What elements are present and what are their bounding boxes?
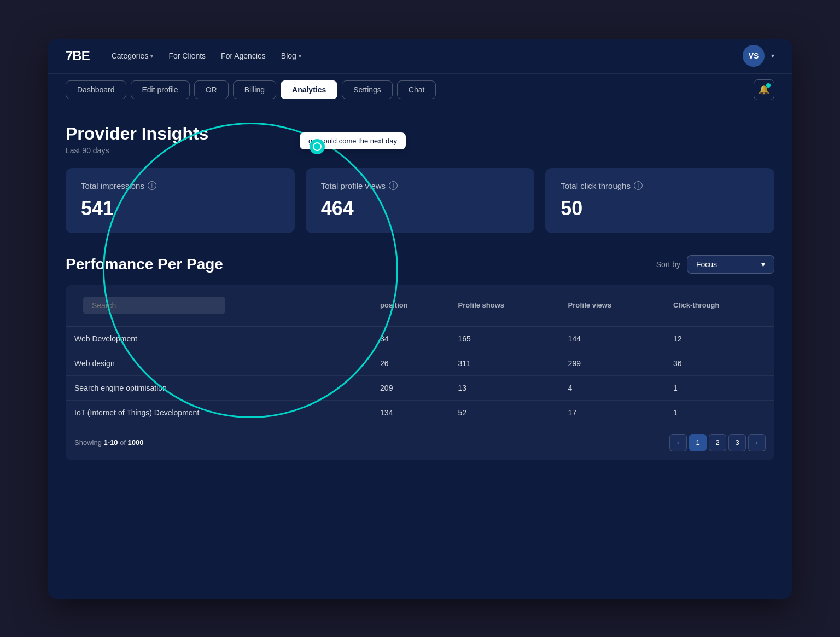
logo: 7BE [66, 48, 90, 63]
stat-card-impressions: Total impressions i 541 [66, 168, 295, 233]
table-header-row: position Profile shows Profile views Cli… [66, 285, 774, 327]
tab-or[interactable]: OR [194, 80, 229, 99]
navbar: 7BE Categories ▾ For Clients For Agencie… [48, 39, 792, 74]
row-clicks-1: 12 [664, 326, 774, 351]
col-header-views: Profile views [559, 285, 664, 327]
showing-range: 1-10 [103, 438, 118, 447]
nav-link-categories[interactable]: Categories ▾ [112, 51, 154, 60]
showing-total: 1000 [128, 438, 144, 447]
performance-title: Perfomance Per Page [66, 256, 223, 273]
pagination-page-3[interactable]: 3 [728, 434, 746, 451]
row-name-3: Search engine optimisation [66, 375, 371, 400]
pagination-page-2[interactable]: 2 [709, 434, 726, 451]
table-body: Web Development 34 165 144 12 Web design… [66, 326, 774, 425]
row-clicks-3: 1 [664, 375, 774, 400]
pagination-page-1[interactable]: 1 [689, 434, 707, 451]
section-title: Provider Insights [66, 124, 774, 144]
stat-value-clickthroughs: 50 [561, 197, 759, 220]
row-views-1: 144 [559, 326, 664, 351]
row-position-4: 134 [371, 400, 449, 425]
row-shows-4: 52 [450, 400, 559, 425]
sort-control: Sort by Focus ▾ [656, 255, 774, 274]
logo-number: 7 [66, 48, 72, 63]
notification-bell-button[interactable]: 🔔 [754, 79, 774, 100]
tab-editprofile[interactable]: Edit profile [131, 80, 190, 99]
sort-selected-value: Focus [696, 260, 717, 269]
row-name-2: Web design [66, 351, 371, 375]
col-header-position: position [371, 285, 449, 327]
row-name-4: IoT (Internet of Things) Development [66, 400, 371, 425]
nav-link-blog[interactable]: Blog ▾ [281, 51, 301, 60]
search-input[interactable] [83, 297, 225, 314]
row-views-2: 299 [559, 351, 664, 375]
stats-row: Total impressions i 541 Total profile vi… [66, 168, 774, 233]
insights-section: Provider Insights Last 90 days Total imp… [66, 124, 774, 233]
row-position-3: 209 [371, 375, 449, 400]
nav-links: Categories ▾ For Clients For Agencies Bl… [112, 51, 743, 60]
main-content: ge would come the next day Provider Insi… [48, 106, 792, 599]
performance-section: Perfomance Per Page Sort by Focus ▾ [66, 255, 774, 460]
section-subtitle: Last 90 days [66, 146, 774, 155]
table-row: Web Development 34 165 144 12 [66, 326, 774, 351]
chevron-down-icon: ▾ [150, 53, 153, 59]
tabs-bar: Dashboard Edit profile OR Billing Analyt… [48, 74, 792, 106]
pagination-controls: ‹ 1 2 3 › [669, 434, 766, 451]
stat-label-clickthroughs: Total click throughs i [561, 181, 759, 190]
stat-value-profileviews: 464 [321, 197, 520, 220]
tab-billing[interactable]: Billing [233, 80, 276, 99]
performance-table: position Profile shows Profile views Cli… [66, 285, 774, 425]
tab-settings[interactable]: Settings [342, 80, 393, 99]
table-row: Web design 26 311 299 36 [66, 351, 774, 375]
sort-select-dropdown[interactable]: Focus ▾ [687, 255, 774, 274]
chevron-down-icon: ▾ [299, 53, 301, 59]
col-header-search [66, 285, 371, 327]
table-row: IoT (Internet of Things) Development 134… [66, 400, 774, 425]
sort-label: Sort by [656, 260, 680, 269]
performance-header: Perfomance Per Page Sort by Focus ▾ [66, 255, 774, 274]
pagination-bar: Showing 1-10 of 1000 ‹ 1 2 3 › [66, 425, 774, 460]
row-views-4: 17 [559, 400, 664, 425]
row-name-1: Web Development [66, 326, 371, 351]
tab-dashboard[interactable]: Dashboard [66, 80, 126, 99]
col-header-clicks: Click-through [664, 285, 774, 327]
logo-text: BE [72, 48, 89, 63]
pagination-next-button[interactable]: › [748, 434, 766, 451]
col-header-shows: Profile shows [450, 285, 559, 327]
info-icon-clickthroughs[interactable]: i [634, 181, 643, 190]
teal-status-dot [310, 139, 325, 154]
row-shows-2: 311 [450, 351, 559, 375]
row-clicks-2: 36 [664, 351, 774, 375]
info-icon-impressions[interactable]: i [148, 181, 156, 190]
avatar-chevron-icon[interactable]: ▾ [771, 52, 774, 60]
stat-value-impressions: 541 [81, 197, 279, 220]
table-container: position Profile shows Profile views Cli… [66, 285, 774, 460]
avatar[interactable]: VS [743, 45, 765, 67]
stat-card-clickthroughs: Total click throughs i 50 [545, 168, 774, 233]
stat-card-profileviews: Total profile views i 464 [306, 168, 535, 233]
table-row: Search engine optimisation 209 13 4 1 [66, 375, 774, 400]
nav-link-forclients[interactable]: For Clients [168, 51, 206, 60]
row-shows-1: 165 [450, 326, 559, 351]
row-shows-3: 13 [450, 375, 559, 400]
search-cell [74, 292, 363, 319]
row-position-2: 26 [371, 351, 449, 375]
stat-label-impressions: Total impressions i [81, 181, 279, 190]
tab-analytics[interactable]: Analytics [281, 80, 337, 99]
nav-link-foragencies[interactable]: For Agencies [221, 51, 266, 60]
notification-dot [766, 83, 771, 88]
nav-right: VS ▾ [743, 45, 774, 67]
pagination-prev-button[interactable]: ‹ [669, 434, 687, 451]
tab-chat[interactable]: Chat [397, 80, 436, 99]
pagination-showing-text: Showing 1-10 of 1000 [74, 438, 144, 447]
row-position-1: 34 [371, 326, 449, 351]
row-clicks-4: 1 [664, 400, 774, 425]
info-icon-profileviews[interactable]: i [389, 181, 398, 190]
sort-chevron-icon: ▾ [761, 260, 765, 269]
row-views-3: 4 [559, 375, 664, 400]
screen-wrapper: 7BE Categories ▾ For Clients For Agencie… [48, 39, 792, 599]
stat-label-profileviews: Total profile views i [321, 181, 520, 190]
